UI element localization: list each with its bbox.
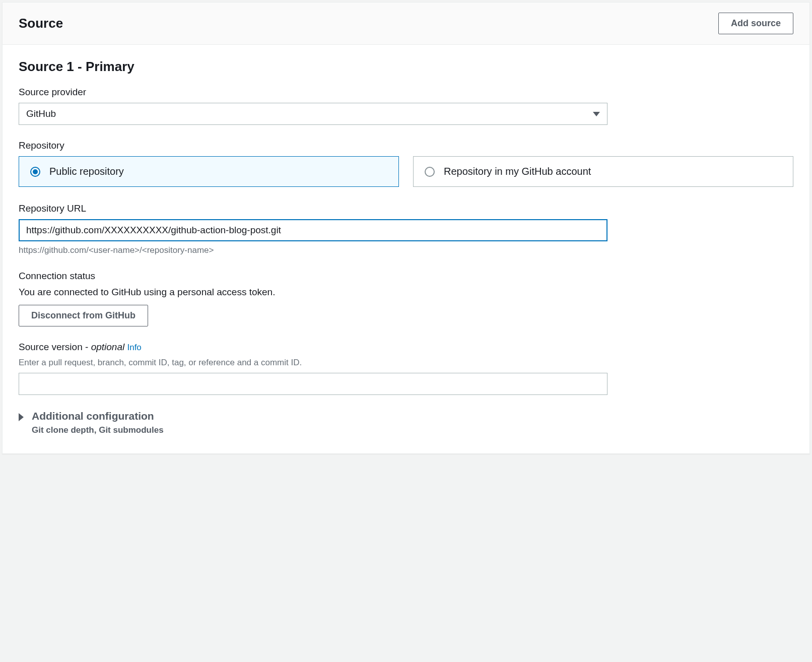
radio-icon [425, 167, 435, 177]
source-provider-select[interactable]: GitHub [19, 103, 607, 125]
source-provider-field: Source provider GitHub Repository Public… [19, 87, 793, 255]
caret-right-icon [19, 413, 24, 421]
repository-url-hint: https://github.com/<user-name>/<reposito… [19, 245, 793, 255]
disconnect-github-button[interactable]: Disconnect from GitHub [19, 305, 148, 326]
source-provider-label: Source provider [19, 87, 793, 98]
source-version-input[interactable] [19, 373, 607, 395]
source-provider-value: GitHub [26, 108, 56, 119]
repository-radio-group: Public repository Repository in my GitHu… [19, 156, 793, 187]
additional-configuration-subtitle: Git clone depth, Git submodules [32, 425, 164, 435]
repository-label: Repository [19, 140, 793, 151]
panel-header: Source Add source [3, 3, 809, 45]
radio-github-account-repository[interactable]: Repository in my GitHub account [413, 156, 793, 187]
panel-title: Source [19, 16, 63, 31]
connection-status-field: Connection status You are connected to G… [19, 271, 793, 326]
repository-url-label: Repository URL [19, 203, 793, 214]
source-version-hint: Enter a pull request, branch, commit ID,… [19, 358, 793, 368]
panel-body: Source 1 - Primary Source provider GitHu… [3, 45, 809, 453]
source1-heading: Source 1 - Primary [19, 59, 793, 75]
repository-url-input[interactable] [19, 219, 607, 241]
connection-status-text: You are connected to GitHub using a pers… [19, 287, 793, 298]
caret-down-icon [593, 112, 600, 116]
connection-status-label: Connection status [19, 271, 793, 282]
source-version-info-link[interactable]: Info [127, 343, 141, 352]
radio-public-repository[interactable]: Public repository [19, 156, 399, 187]
additional-configuration-expander[interactable]: Additional configuration Git clone depth… [19, 410, 793, 435]
source-version-label: Source version - optional Info [19, 342, 793, 353]
additional-configuration-title: Additional configuration [32, 410, 164, 422]
radio-public-label: Public repository [49, 166, 124, 177]
add-source-button[interactable]: Add source [718, 13, 793, 34]
source-panel: Source Add source Source 1 - Primary Sou… [2, 2, 810, 454]
source-version-field: Source version - optional Info Enter a p… [19, 342, 793, 395]
source-provider-select-wrapper: GitHub [19, 103, 607, 125]
radio-icon [30, 167, 40, 177]
radio-account-label: Repository in my GitHub account [444, 166, 591, 177]
